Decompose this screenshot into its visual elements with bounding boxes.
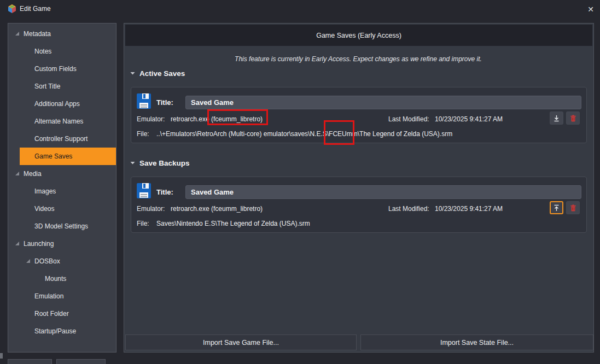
sidebar-item-game-saves[interactable]: Game Saves [20,148,116,165]
expander-icon[interactable] [26,259,30,263]
sidebar-item-3d-model-settings[interactable]: 3D Model Settings [8,218,116,235]
active-saves-section-header[interactable]: Active Saves [130,69,185,78]
dialog-button-stub-right[interactable] [56,359,106,364]
sidebar-item-dosbox[interactable]: DOSBox [8,253,116,270]
page-title: Game Saves (Early Access) [125,25,592,46]
trash-icon [570,115,576,122]
last-modified-value: 10/23/2025 9:41:27 AM [435,205,503,213]
last-modified-value: 10/23/2025 9:41:27 AM [435,115,503,123]
active-save-card: Title: Emulator: retroarch.exe (fceumm_l… [131,87,587,143]
save-title-input[interactable] [185,96,581,109]
sidebar-item-media[interactable]: Media [8,165,116,183]
sidebar-item-mounts[interactable]: Mounts [8,270,116,287]
last-modified-label: Last Modified: [388,115,429,123]
download-save-button[interactable] [550,111,563,125]
emulator-value: retroarch.exe (fceumm_libretro) [171,115,263,123]
sidebar-item-metadata[interactable]: Metadata [8,25,116,43]
file-path-value: Saves\Nintendo E.S\The Legend of Zelda (… [156,220,310,227]
window-title: Edit Game [20,5,51,13]
expander-icon[interactable] [15,32,19,36]
sidebar-item-images[interactable]: Images [8,183,116,200]
delete-backup-button[interactable] [566,201,580,214]
import-save-state-button[interactable]: Import Save State File... [360,334,593,350]
delete-save-button[interactable] [566,111,580,125]
backup-title-input[interactable] [185,185,581,199]
file-label: File: [137,130,149,138]
collapse-triangle-icon[interactable] [130,162,135,165]
dialog-button-stub-left[interactable] [8,359,52,364]
file-path-value: ..\+Emulators\RetroArch (Multi-core) emu… [156,130,452,138]
arrow-down-to-line-icon [553,115,560,122]
floppy-disk-icon [137,183,151,198]
save-backups-section-header[interactable]: Save Backups [130,158,190,167]
expander-icon[interactable] [15,172,19,175]
sidebar-item-additional-apps[interactable]: Additional Apps [8,95,116,113]
trash-icon [570,204,576,212]
window-titlebar: Edit Game ✕ [0,0,600,22]
sidebar-item-emulation[interactable]: Emulation [8,287,116,305]
game-saves-panel: Game Saves (Early Access) This feature i… [124,23,594,353]
backup-save-card: Title: Emulator: retroarch.exe (fceumm_l… [131,177,587,233]
restore-backup-button[interactable] [550,201,563,214]
title-label: Title: [156,188,173,196]
sidebar-item-sort-title[interactable]: Sort Title [8,78,116,95]
close-icon[interactable]: ✕ [584,3,597,15]
early-access-notice: This feature is currently in Early Acces… [124,55,592,63]
sidebar-item-videos[interactable]: Videos [8,200,116,218]
floppy-disk-icon [137,93,151,109]
sidebar-item-alternate-names[interactable]: Alternate Names [8,113,116,130]
sidebar-item-launching[interactable]: Launching [8,235,116,253]
arrow-up-from-line-icon [553,204,560,212]
last-modified-label: Last Modified: [388,205,429,213]
background-window-artifact [0,353,3,359]
sidebar-item-startup-pause[interactable]: Startup/Pause [8,322,116,340]
launchbox-logo-icon [8,4,16,13]
sidebar-item-custom-fields[interactable]: Custom Fields [8,60,116,78]
settings-nav-sidebar: Metadata Notes Custom Fields Sort Title … [8,23,116,353]
collapse-triangle-icon[interactable] [130,72,135,75]
expander-icon[interactable] [15,242,19,245]
sidebar-item-controller-support[interactable]: Controller Support [8,130,116,148]
title-label: Title: [156,98,173,107]
sidebar-item-root-folder[interactable]: Root Folder [8,305,116,322]
import-save-game-button[interactable]: Import Save Game File... [125,334,357,350]
emulator-label: Emulator: [137,115,165,123]
emulator-label: Emulator: [137,205,165,213]
emulator-value: retroarch.exe (fceumm_libretro) [171,205,263,213]
file-label: File: [137,220,149,227]
sidebar-item-notes[interactable]: Notes [8,43,116,60]
